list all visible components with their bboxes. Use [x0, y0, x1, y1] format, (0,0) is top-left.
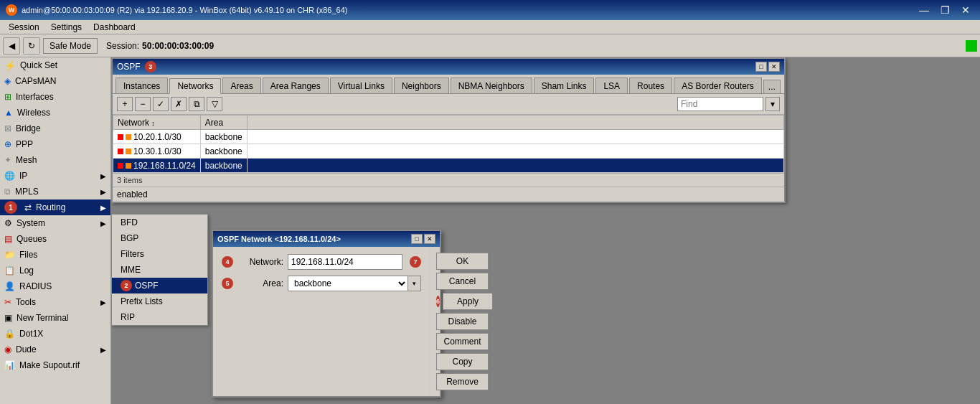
submenu-ospf[interactable]: 2 OSPF — [112, 278, 207, 293]
refresh-button[interactable]: ↻ — [23, 37, 40, 55]
network-table-container: Network ↕ Area — [113, 115, 784, 173]
tab-lsa[interactable]: LSA — [595, 77, 628, 93]
submenu-bfd[interactable]: BFD — [112, 215, 207, 230]
ok-button[interactable]: OK — [436, 253, 489, 270]
sidebar-item-system[interactable]: ⚙ System ▶ — [0, 215, 110, 231]
dialog-restore-button[interactable]: □ — [411, 234, 423, 244]
sidebar-item-radius[interactable]: 👤 RADIUS — [0, 278, 110, 294]
sidebar-item-mpls[interactable]: ⧉ MPLS ▶ — [0, 184, 110, 199]
sidebar-item-log[interactable]: 📋 Log — [0, 263, 110, 278]
menu-session[interactable]: Session — [3, 22, 45, 33]
badge-4: 4 — [222, 256, 233, 268]
area-cell: backbone — [200, 130, 247, 144]
menu-settings[interactable]: Settings — [45, 22, 88, 33]
tab-neighbors[interactable]: Neighbors — [394, 77, 449, 93]
menu-dashboard[interactable]: Dashboard — [88, 22, 141, 33]
quick-set-icon: ⚡ — [4, 60, 16, 71]
empty-cell — [247, 130, 783, 144]
sidebar-item-label: Wireless — [17, 108, 50, 118]
dialog-close-button[interactable]: ✕ — [424, 234, 435, 244]
sidebar-item-ppp[interactable]: ⊕ PPP — [0, 136, 110, 152]
ospf-close-button[interactable]: ✕ — [768, 62, 780, 72]
tab-routes[interactable]: Routes — [629, 77, 672, 93]
area-dropdown-btn[interactable]: ▾ — [408, 276, 421, 291]
minimize-button[interactable]: — — [915, 3, 933, 17]
sidebar-item-queues[interactable]: ▤ Queues — [0, 231, 110, 247]
sidebar-item-make-supout[interactable]: 📊 Make Supout.rif — [0, 357, 110, 373]
sidebar-item-wireless[interactable]: ▲ Wireless — [0, 105, 110, 121]
submenu-prefix-lists[interactable]: Prefix Lists — [112, 293, 207, 309]
tab-networks[interactable]: Networks — [169, 78, 221, 94]
tab-as-border-routers[interactable]: AS Border Routers — [674, 77, 762, 93]
mesh-icon: ✦ — [4, 155, 11, 165]
network-cell: 10.30.1.0/30 — [113, 144, 201, 159]
sidebar-item-label: Dot1X — [19, 329, 43, 339]
remove-button[interactable]: − — [135, 97, 151, 111]
sidebar-item-quick-set[interactable]: ⚡ Quick Set — [0, 57, 110, 73]
tab-areas[interactable]: Areas — [222, 77, 260, 93]
sidebar-item-label: System — [17, 218, 45, 228]
row-icon: 10.30.1.0/30 — [118, 146, 182, 156]
table-row[interactable]: 10.20.1.0/30 backbone — [113, 130, 784, 144]
sidebar-item-routing[interactable]: 1 ⇄ Routing ▶ — [0, 199, 110, 215]
sidebar-item-tools[interactable]: ✂ Tools ▶ — [0, 294, 110, 310]
find-input[interactable] — [677, 97, 763, 111]
sidebar-item-interfaces[interactable]: ⊞ Interfaces — [0, 89, 110, 105]
dude-icon: ◉ — [4, 344, 11, 354]
dot1x-icon: 🔒 — [4, 329, 15, 339]
sidebar-item-bridge[interactable]: ⊠ Bridge — [0, 121, 110, 136]
enable-button[interactable]: ✓ — [153, 97, 169, 111]
close-button[interactable]: ✕ — [957, 3, 974, 17]
sidebar-item-label: Make Supout.rif — [19, 360, 80, 370]
sidebar-item-ip[interactable]: 🌐 IP ▶ — [0, 168, 110, 184]
tab-area-ranges[interactable]: Area Ranges — [263, 77, 329, 93]
cancel-button[interactable]: Cancel — [436, 273, 489, 290]
copy-button[interactable]: Copy — [436, 353, 489, 370]
add-button[interactable]: + — [117, 97, 133, 111]
submenu-rip[interactable]: RIP — [112, 309, 207, 325]
terminal-icon: ▣ — [4, 313, 12, 323]
copy-button[interactable]: ⧉ — [189, 97, 204, 111]
network-input[interactable] — [288, 254, 402, 270]
sidebar-item-new-terminal[interactable]: ▣ New Terminal — [0, 310, 110, 326]
disable-button[interactable]: ✗ — [171, 97, 187, 111]
back-button[interactable]: ◀ — [3, 37, 20, 55]
maximize-button[interactable]: ❐ — [936, 3, 954, 17]
content-area: OSPF 3 □ ✕ Instances Networks Areas Area… — [111, 57, 980, 404]
remove-button[interactable]: Remove — [436, 373, 489, 390]
mpls-icon: ⧉ — [4, 187, 11, 197]
tab-virtual-links[interactable]: Virtual Links — [330, 77, 392, 93]
window-title: admin@50:00:00:03:00:09 (R2) via 192.168… — [22, 6, 347, 14]
submenu-mme[interactable]: MME — [112, 262, 207, 278]
tab-nbma-neighbors[interactable]: NBMA Neighbors — [451, 77, 532, 93]
safe-mode-button[interactable]: Safe Mode — [43, 38, 98, 54]
table-row[interactable]: 10.30.1.0/30 backbone — [113, 144, 784, 159]
session-value: 50:00:00:03:00:09 — [142, 41, 214, 51]
sidebar-item-capsman[interactable]: ◈ CAPsMAN — [0, 73, 110, 89]
sidebar-item-dot1x[interactable]: 🔒 Dot1X — [0, 326, 110, 342]
tab-sham-links[interactable]: Sham Links — [534, 77, 595, 93]
sidebar-item-dude[interactable]: ◉ Dude ▶ — [0, 342, 110, 357]
filter-button[interactable]: ▽ — [207, 97, 222, 111]
apply-button[interactable]: Apply — [443, 293, 493, 310]
sidebar-item-mesh[interactable]: ✦ Mesh — [0, 152, 110, 168]
submenu-filters[interactable]: Filters — [112, 246, 207, 262]
routing-arrow: ▶ — [100, 204, 106, 212]
color-dot-orange — [126, 149, 131, 154]
tab-instances[interactable]: Instances — [116, 77, 168, 93]
routing-submenu: BFD BGP Filters MME 2 OSPF Prefix Lists … — [111, 214, 208, 326]
find-dropdown[interactable]: ▾ — [765, 97, 780, 111]
sidebar-item-files[interactable]: 📁 Files — [0, 247, 110, 263]
sidebar-item-label: Bridge — [16, 123, 41, 133]
tab-more[interactable]: ... — [763, 80, 781, 93]
ospf-restore-button[interactable]: □ — [755, 62, 767, 72]
sidebar-item-label: Interfaces — [16, 92, 54, 102]
submenu-bgp[interactable]: BGP — [112, 230, 207, 246]
comment-button[interactable]: Comment — [436, 333, 489, 350]
network-table: Network ↕ Area — [113, 115, 784, 173]
disable-button[interactable]: Disable — [436, 313, 489, 330]
table-row[interactable]: 192.168.11.0/24 backbone — [113, 159, 784, 173]
area-select[interactable]: backbone — [288, 276, 408, 291]
row-icon: 192.168.11.0/24 — [118, 161, 196, 171]
network-dialog: OSPF Network <192.168.11.0/24> □ ✕ 4 Net… — [212, 230, 441, 398]
